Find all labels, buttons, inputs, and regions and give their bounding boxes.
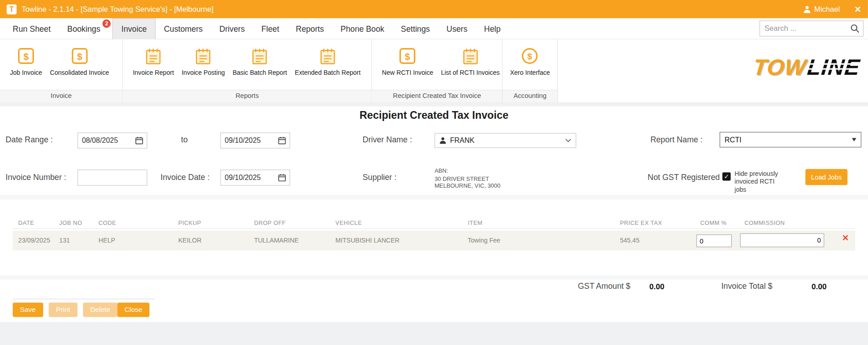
menu-item-reports[interactable]: Reports <box>288 18 332 39</box>
ribbon-invoice-posting-button[interactable]: Invoice Posting <box>178 46 228 76</box>
col-header-drop-off: DROP OFF <box>254 219 286 226</box>
ribbon-group-label: Invoice <box>0 90 122 102</box>
search-box[interactable] <box>759 20 863 36</box>
menu-item-customers[interactable]: Customers <box>156 18 211 39</box>
supplier-label: Supplier : <box>363 173 397 182</box>
chevron-down-icon <box>565 139 571 143</box>
col-header-price-ex-tax: PRICE EX TAX <box>620 219 662 226</box>
section-divider <box>0 195 868 199</box>
ribbon-xero-interface-button[interactable]: $ Xero Interface <box>507 46 553 76</box>
col-header-item: ITEM <box>468 219 483 226</box>
table-header-divider <box>13 228 855 229</box>
ribbon-list-rcti-invoices-button[interactable]: List of RCTI Invoices <box>438 46 503 76</box>
col-header-comm-pct: COMM % <box>700 219 727 226</box>
driver-name-select[interactable]: FRANK <box>435 133 576 148</box>
row-delete-icon[interactable]: ✕ <box>842 233 849 243</box>
invoice-total-label: Invoice Total $ <box>721 282 772 291</box>
button-divider <box>13 299 155 299</box>
search-icon[interactable] <box>850 24 860 34</box>
calendar-icon[interactable] <box>278 136 286 145</box>
select-arrow-icon <box>852 138 856 141</box>
ribbon-group-label: Recipient Created Tax Invoice <box>372 90 502 102</box>
col-header-job-no: JOB NO <box>59 219 82 226</box>
menu-item-phone-book[interactable]: Phone Book <box>332 18 393 39</box>
hide-previous-checkbox[interactable]: ✓ <box>722 172 730 180</box>
user-menu[interactable]: Michael <box>803 5 840 13</box>
bookings-badge: 2 <box>102 19 110 27</box>
dollar-note-icon: $ <box>17 46 36 66</box>
ribbon-consolidated-invoice-button[interactable]: $ Consolidated Invoice <box>47 46 112 76</box>
ribbon-invoice-report-button[interactable]: Invoice Report <box>129 46 177 76</box>
commission-input[interactable] <box>740 233 824 248</box>
date-to-input[interactable] <box>221 136 278 145</box>
menu-item-bookings[interactable]: Bookings 2 <box>59 18 112 39</box>
cell-pickup: KEILOR <box>178 237 202 244</box>
invoice-date-field[interactable] <box>221 170 290 185</box>
cell-drop-off: TULLAMARINE <box>254 237 298 244</box>
invoice-number-field[interactable] <box>77 170 147 185</box>
cell-code: HELP <box>99 237 115 244</box>
close-button[interactable]: Close <box>117 302 149 317</box>
supplier-details: ABN: 30 DRIVER STREET MELBOURNE, VIC, 30… <box>435 167 501 190</box>
ribbon-toolbar: $ Job Invoice $ Consolidated Invoice Inv… <box>0 39 868 103</box>
print-button[interactable]: Print <box>49 302 77 317</box>
ribbon-job-invoice-button[interactable]: $ Job Invoice <box>7 46 46 76</box>
report-pad-icon <box>250 46 269 66</box>
svg-text:$: $ <box>528 52 532 61</box>
menu-item-run-sheet[interactable]: Run Sheet <box>5 18 59 39</box>
towline-logo: TOWLINE <box>752 55 861 80</box>
col-header-commission: COMMISSION <box>744 219 785 226</box>
rcti-panel: Recipient Created Tax Invoice Date Range… <box>0 107 868 322</box>
delete-button[interactable]: Delete <box>83 302 117 317</box>
load-jobs-button[interactable]: Load Jobs <box>806 169 848 185</box>
person-icon <box>803 5 811 13</box>
ribbon-basic-batch-report-button[interactable]: Basic Batch Report <box>229 46 290 76</box>
calendar-icon[interactable] <box>135 136 143 145</box>
menu-item-users[interactable]: Users <box>438 18 476 39</box>
ribbon-group-rcti: $ New RCTI Invoice List of RCTI Invoices… <box>372 39 503 102</box>
supplier-abn: ABN: <box>435 167 501 175</box>
comm-pct-input[interactable] <box>696 234 732 247</box>
invoice-number-label: Invoice Number : <box>5 173 66 182</box>
svg-text:$: $ <box>77 51 82 62</box>
driver-name-label: Driver Name : <box>363 135 412 144</box>
date-from-input[interactable] <box>78 136 135 145</box>
app-window: T Towline - 2.1.14 - [Sample Towing Serv… <box>0 0 868 345</box>
ribbon-new-rcti-invoice-button[interactable]: $ New RCTI Invoice <box>379 46 436 76</box>
gst-amount-label: GST Amount $ <box>578 282 630 291</box>
menubar: Run Sheet Bookings 2 Invoice Customers D… <box>0 18 868 39</box>
search-input[interactable] <box>760 24 850 33</box>
supplier-street: 30 DRIVER STREET <box>435 175 501 183</box>
report-pad-icon <box>461 46 480 66</box>
ribbon-group-invoice: $ Job Invoice $ Consolidated Invoice Inv… <box>0 39 123 102</box>
report-pad-icon <box>144 46 163 66</box>
menu-item-drivers[interactable]: Drivers <box>211 18 253 39</box>
report-name-value: RCTI <box>724 136 741 144</box>
hide-previous-label: Hide previously invoiced RCTI jobs <box>734 170 786 194</box>
menu-item-invoice[interactable]: Invoice <box>112 18 155 39</box>
invoice-date-input[interactable] <box>221 174 278 182</box>
calendar-icon[interactable] <box>278 174 286 182</box>
close-icon[interactable]: ✕ <box>854 4 861 14</box>
driver-name-value: FRANK <box>450 136 561 145</box>
menu-item-settings[interactable]: Settings <box>393 18 438 39</box>
invoice-total-value: 0.00 <box>811 282 826 291</box>
ribbon-extended-batch-report-button[interactable]: Extended Batch Report <box>292 46 364 76</box>
report-pad-icon <box>194 46 213 66</box>
invoice-number-input[interactable] <box>78 174 147 182</box>
col-header-date: DATE <box>18 219 34 226</box>
date-from-field[interactable] <box>77 132 147 148</box>
col-header-pickup: PICKUP <box>178 219 201 226</box>
supplier-city: MELBOURNE, VIC, 3000 <box>435 183 501 190</box>
content-area: Recipient Created Tax Invoice Date Range… <box>0 103 868 345</box>
not-gst-registered-label: Not GST Registered <box>647 173 719 182</box>
save-button[interactable]: Save <box>13 302 43 317</box>
col-header-code: CODE <box>99 219 116 226</box>
menu-item-help[interactable]: Help <box>476 18 509 39</box>
app-logo-icon: T <box>7 4 17 14</box>
invoice-date-label: Invoice Date : <box>161 173 210 182</box>
menu-item-fleet[interactable]: Fleet <box>253 18 288 39</box>
report-name-select[interactable]: RCTI <box>719 132 861 147</box>
date-to-field[interactable] <box>221 132 290 148</box>
section-divider <box>0 276 868 280</box>
